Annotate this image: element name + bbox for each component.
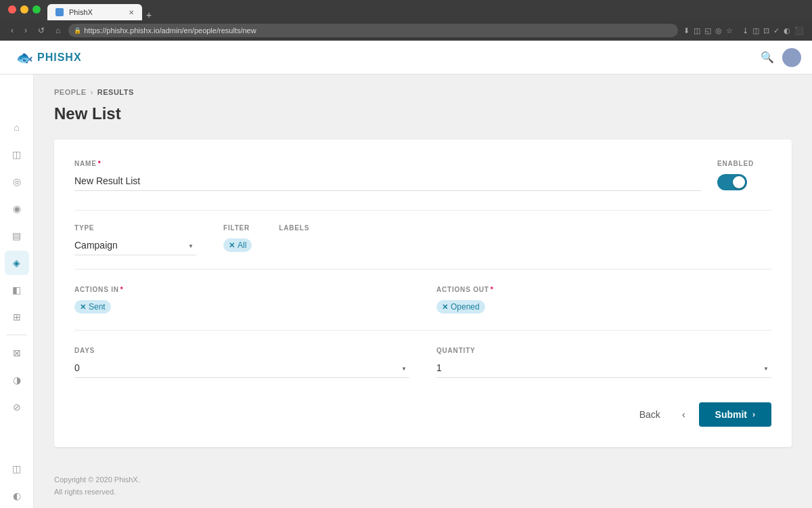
sidebar-item-integrations[interactable]: ◫ [5,457,29,481]
reader-icon[interactable]: ◱ [704,26,711,35]
actions-row: ACTIONS IN* ✕ Sent ACTIONS OUT* [74,286,771,331]
sidebar-item-users[interactable]: ◧ [5,278,29,302]
pocket-icon[interactable]: ◎ [715,26,722,35]
refresh-button[interactable]: ↺ [35,24,47,37]
browser-tab[interactable]: PhishX ✕ [47,4,142,20]
breadcrumb-current: RESULTS [97,88,134,96]
actions-out-required: * [491,286,494,293]
library-icon[interactable]: ◫ [752,26,759,35]
name-enabled-row: NAME* ENABLED [74,160,771,191]
star-icon[interactable]: ☆ [726,26,733,35]
type-label: TYPE [74,224,196,232]
filter-label: FILTER [223,224,252,232]
sidebar-item-teams[interactable]: ⊞ [5,305,29,329]
sidebar-item-person-off[interactable]: ⊘ [5,395,29,419]
type-select[interactable]: Campaign Manual Import [74,236,196,255]
page-title: New List [54,104,792,123]
sidebar-item-grid[interactable]: ⊠ [5,341,29,365]
bookmarks-icon[interactable]: ◫ [694,26,700,35]
actions-in-tag-container: ✕ Sent [74,297,409,316]
app-logo: 🐟 PHISHX [16,49,82,66]
logo-text: PHISHX [37,51,82,64]
actions-in-remove-icon[interactable]: ✕ [80,303,86,312]
name-input[interactable] [74,171,701,191]
sidebar-divider-1 [7,335,27,335]
lock-icon: 🔒 [74,27,81,34]
filter-tag-all[interactable]: ✕ All [223,238,252,252]
new-tab-button[interactable]: + [142,9,156,20]
breadcrumb: PEOPLE › RESULTS [54,88,792,96]
sidebar-item-dashboard[interactable]: ◫ [5,142,29,167]
quantity-select[interactable]: 1 2 3 5 10 [436,358,771,378]
header-right: 🔍 [761,48,801,67]
minimize-button[interactable] [20,5,28,14]
toggle-thumb [733,176,745,188]
enabled-label: ENABLED [717,160,754,167]
form-divider-1 [74,210,771,211]
back-nav-button[interactable]: ‹ [8,24,16,37]
actions-out-tag-opened[interactable]: ✕ Opened [436,300,485,314]
container-icon[interactable]: ⊡ [763,26,769,35]
days-select-wrapper: 0 1 7 14 30 [74,358,409,378]
sidebar-item-library[interactable]: ▤ [5,224,29,248]
logo-fish-icon: 🐟 [16,49,33,66]
breadcrumb-parent[interactable]: PEOPLE [54,88,87,96]
labels-group: LABELS [279,224,771,255]
sidebar-item-results[interactable]: ◈ [5,251,29,275]
days-qty-row: DAYS 0 1 7 14 30 QUANTITY [74,347,771,378]
actions-out-remove-icon[interactable]: ✕ [442,303,448,312]
days-select[interactable]: 0 1 7 14 30 [74,358,409,378]
url-text: https://phishx.phishx.io/admin/en/people… [84,26,256,35]
sidebar-item-targets[interactable]: ◎ [5,169,29,194]
close-button[interactable] [8,5,16,14]
search-icon[interactable]: 🔍 [761,51,774,64]
browser-nav-actions: ⬇ ◫ ◱ ◎ ☆ ⤓ ◫ ⊡ ✓ ◐ ⬛ [683,26,804,35]
quantity-group: QUANTITY 1 2 3 5 10 [436,347,771,378]
app-header: 🐟 PHISHX 🔍 [0,41,812,75]
sidebar-item-home[interactable]: ⌂ [5,115,29,140]
sidebar-item-person[interactable]: ◑ [5,368,29,392]
enabled-group: ENABLED [717,160,771,190]
actions-in-required: * [120,286,124,293]
submit-arrow-icon: › [752,410,755,419]
filter-group: FILTER ✕ All [223,224,252,255]
enabled-toggle[interactable] [717,174,747,190]
forward-nav-button[interactable]: › [22,24,30,37]
maximize-button[interactable] [32,5,41,14]
type-select-wrapper: Campaign Manual Import [74,236,196,255]
quantity-label: QUANTITY [436,347,771,354]
actions-in-tag-sent[interactable]: ✕ Sent [74,300,111,314]
footer-line1: Copyright © 2020 PhishX. [54,474,792,486]
actions-in-label: ACTIONS IN* [74,286,409,293]
actions-in-group: ACTIONS IN* ✕ Sent [74,286,409,316]
submit-button[interactable]: Submit › [699,402,771,427]
tab-close-button[interactable]: ✕ [129,9,134,16]
filter-tag-container: ✕ All [223,236,252,255]
type-filter-row: TYPE Campaign Manual Import FILTER [74,224,771,270]
profile-icon[interactable]: ◐ [784,26,790,35]
labels-tag-container[interactable] [279,236,771,255]
tab-title: PhishX [69,8,93,16]
home-button[interactable]: ⌂ [53,24,63,37]
actions-in-tag-label: Sent [89,302,106,312]
filter-tag-remove-icon[interactable]: ✕ [229,241,235,250]
footer: Copyright © 2020 PhishX. All rights rese… [54,474,792,498]
back-button[interactable]: Back [631,404,669,425]
address-bar[interactable]: 🔒 https://phishx.phishx.io/admin/en/peop… [68,24,678,37]
type-group: TYPE Campaign Manual Import [74,224,196,255]
sidebar-item-profile[interactable]: ◐ [5,484,29,508]
extensions-icon[interactable]: ⬇ [683,26,690,35]
download-icon[interactable]: ⤓ [742,26,748,35]
days-group: DAYS 0 1 7 14 30 [74,347,409,378]
check-icon: ✓ [773,26,780,35]
macos-icon: ⬛ [794,26,804,35]
labels-label: LABELS [279,224,771,232]
tab-favicon [55,8,64,16]
actions-out-tag-container: ✕ Opened [436,297,771,316]
sidebar: ⌂ ◫ ◎ ◉ ▤ ◈ ◧ ⊞ ⊠ ◑ ⊘ ◫ ◐ ◷ [0,41,34,508]
submit-row: Back ‹ Submit › [74,394,771,427]
avatar[interactable] [782,48,801,67]
submit-label: Submit [715,409,747,420]
prev-nav-button[interactable]: ‹ [677,404,691,425]
sidebar-item-phishing[interactable]: ◉ [5,196,29,221]
